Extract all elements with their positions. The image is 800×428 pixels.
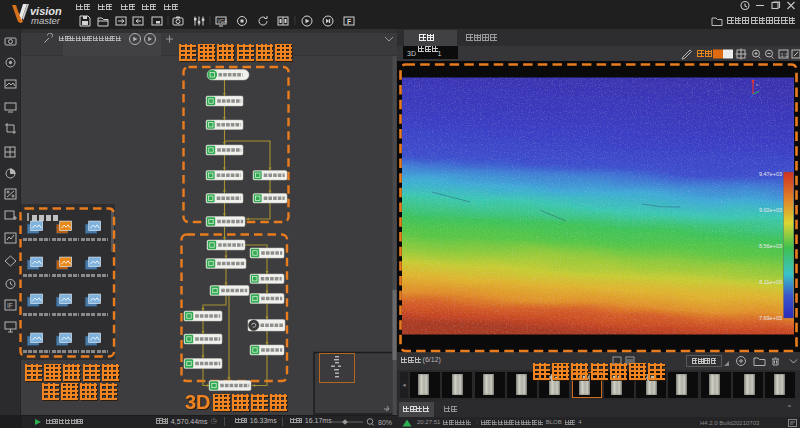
svg-text:9.47e+03: 9.47e+03 [759, 171, 782, 177]
svg-text:z: z [756, 82, 758, 87]
svg-text:1:1: 1:1 [781, 52, 789, 58]
svg-text:7.69e+03: 7.69e+03 [759, 315, 782, 321]
svg-text:8.56e+03: 8.56e+03 [759, 243, 782, 249]
svg-text:80%: 80% [378, 419, 392, 426]
svg-text:8.11e+03: 8.11e+03 [759, 279, 782, 285]
svg-text:VGA: VGA [218, 19, 228, 24]
svg-text:9.02e+03: 9.02e+03 [759, 207, 782, 213]
svg-text:IF: IF [7, 302, 13, 309]
svg-text:F: F [347, 18, 352, 25]
